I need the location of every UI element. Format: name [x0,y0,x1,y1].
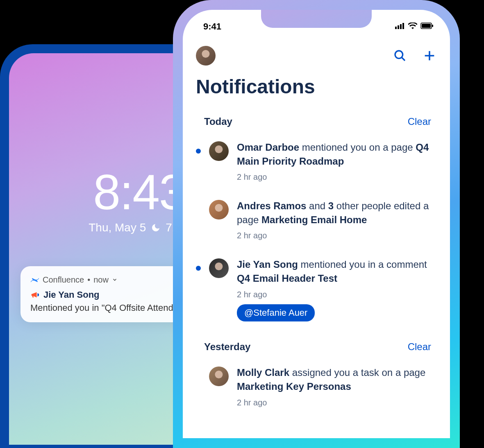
svg-point-7 [395,51,403,59]
status-icons [395,23,434,31]
moon-icon [151,223,161,233]
add-button[interactable] [422,48,437,63]
search-button[interactable] [393,48,407,63]
actor-name: Jie Yan Song [237,259,298,270]
actor-name: Molly Clark [237,367,289,378]
mention-pill[interactable]: @Stefanie Auer [237,304,315,322]
lockscreen-notification-person: Jie Yan Song [43,290,100,300]
section-title: Yesterday [204,341,250,353]
notification-content: Molly Clark assigned you a task on a pag… [237,366,437,408]
page-title: Notifications [183,72,450,108]
notification-content: Andres Ramos and 3 other people edited a… [237,199,437,241]
section-yesterday: Yesterday Clear Molly Clark assigned you… [183,333,450,419]
notification-time: 2 hr ago [237,289,437,300]
notifications-phone: 9:41 [173,0,460,448]
actor-name: Omar Darboe [237,142,299,153]
lockscreen-notification-app: Confluence [43,275,84,285]
section-title: Today [204,116,232,127]
notification-item[interactable]: Molly Clark assigned you a task on a pag… [196,361,437,419]
clear-button[interactable]: Clear [408,116,431,127]
app-header [183,34,450,72]
svg-rect-0 [395,27,397,29]
unread-indicator [196,149,201,154]
notification-time: 2 hr ago [237,230,437,241]
confluence-icon [30,276,39,285]
clear-button[interactable]: Clear [408,341,431,353]
cellular-icon [395,23,405,31]
notification-content: Omar Darboe mentioned you on a page Q4 M… [237,140,437,183]
svg-rect-5 [422,24,431,28]
megaphone-icon [30,290,39,299]
chevron-down-icon [112,275,118,285]
notification-time: 2 hr ago [237,397,437,408]
actor-name: Andres Ramos [237,200,306,211]
svg-line-8 [402,57,405,61]
subject-title: Marketing Key Personas [237,381,351,392]
actor-avatar[interactable] [209,200,229,219]
actor-avatar[interactable] [209,367,229,386]
actor-avatar[interactable] [209,258,229,278]
actor-avatar[interactable] [209,141,229,161]
unread-indicator [196,266,201,271]
notifications-screen: 9:41 [183,10,450,438]
phone-notch [261,10,372,28]
subject-title: Q4 Email Header Test [237,273,337,284]
status-time: 9:41 [203,21,221,32]
subject-title: Marketing Email Home [261,214,367,225]
svg-rect-3 [402,23,404,29]
svg-rect-6 [432,25,433,27]
notification-time: 2 hr ago [237,171,437,183]
svg-rect-1 [398,25,399,29]
svg-rect-2 [400,24,402,29]
lockscreen-date: Thu, May 5 [89,221,146,234]
notification-item[interactable]: Andres Ramos and 3 other people edited a… [196,194,437,253]
notification-item[interactable]: Jie Yan Song mentioned you in a comment … [196,253,437,333]
notification-item[interactable]: Omar Darboe mentioned you on a page Q4 M… [196,136,437,194]
wifi-icon [408,23,417,31]
lockscreen-notification-time: now [93,275,109,285]
notification-content: Jie Yan Song mentioned you in a comment … [237,258,437,321]
battery-icon [420,23,434,31]
section-today: Today Clear Omar Darboe mentioned you on… [183,108,450,333]
user-avatar[interactable] [196,46,216,66]
